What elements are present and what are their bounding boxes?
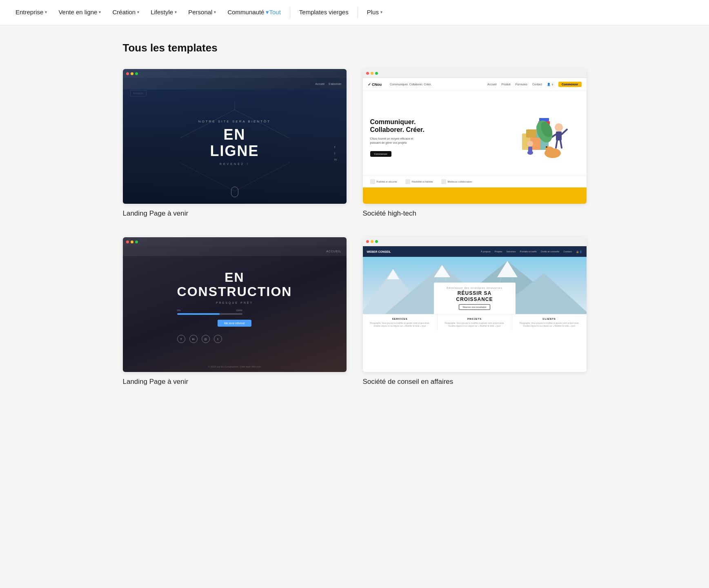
consult-btn-4: Réserver une consultation <box>459 304 490 310</box>
nav-separator-2 <box>358 7 358 18</box>
nav-lifestyle[interactable]: Lifestyle ▾ <box>145 0 182 25</box>
template-name-4: Société de conseil en affaires <box>363 378 587 386</box>
template-name-3: Landing Page à venir <box>123 378 347 386</box>
nav-plus[interactable]: Plus ▾ <box>361 0 388 25</box>
svg-point-16 <box>555 123 563 131</box>
headline-4: RÉUSSIR SA CROISSANCE <box>440 290 510 302</box>
svg-text:f: f <box>334 145 336 149</box>
progress-bar-fill-3 <box>177 313 220 315</box>
nav-creation-chevron-icon: ▾ <box>137 10 139 14</box>
nav-templates-vierges[interactable]: Templates vierges <box>293 0 354 25</box>
nav-personal-label: Personal <box>188 9 212 16</box>
page-title: Tous les templates <box>123 42 587 54</box>
browser-bar-3 <box>123 237 347 246</box>
service-col-services: SERVICES Paragraphe. Vous pouvez le modi… <box>363 314 438 331</box>
dot-red-2 <box>366 72 369 75</box>
template-thumbnail-1: Accueil S'abonner Horizon <box>123 69 347 204</box>
strat-text-4: Développer des stratégies innovantes <box>440 287 510 289</box>
feature-icon-2 <box>405 179 410 184</box>
dot-yellow-4 <box>371 240 373 243</box>
center-text-1: NOTRE SITE SERA BIENTÔT ENLIGNE REVENEZ … <box>198 120 271 165</box>
svg-rect-17 <box>556 131 562 140</box>
browser-bar-1 <box>123 69 347 78</box>
browser-bar-4 <box>363 237 587 246</box>
presque-text: PRESQUE PRÊT <box>177 301 292 304</box>
features-bar-2: Fiabilité et sécurité Flexibilité et fia… <box>363 176 587 187</box>
main-text-3: ENCONSTRUCTION PRESQUE PRÊT 0% 100% Me t… <box>177 270 292 343</box>
dot-green-3 <box>135 241 138 243</box>
template-card-4[interactable]: WEBER CONSEIL À propos Projets Services … <box>363 237 587 386</box>
dot-red-3 <box>126 241 129 243</box>
heading-2: Communiquer.Collaborer. Créer. <box>370 118 509 134</box>
services-row-4: SERVICES Paragraphe. Vous pouvez le modi… <box>363 314 587 331</box>
nav-communaute[interactable]: Communauté ▾Tout <box>222 0 286 25</box>
nav-vente-chevron-icon: ▾ <box>99 10 101 14</box>
browser-bar-2 <box>363 69 587 78</box>
illustration-2 <box>514 109 579 166</box>
footer-text-3: © 2023 par En Construction. Créé avec Wi… <box>208 365 261 368</box>
nav-plus-label: Plus <box>367 9 379 16</box>
svg-text:t: t <box>334 151 336 155</box>
templates-grid: Accueil S'abonner Horizon <box>123 69 587 386</box>
nav-creation[interactable]: Création ▾ <box>107 0 145 25</box>
revenir-text-1: REVENEZ ! <box>198 163 271 165</box>
feature-2: Flexibilité et fiabilité <box>405 179 433 184</box>
company-name-4: WEBER CONSEIL <box>367 250 391 253</box>
social-icons-3: f in ◎ t <box>177 335 292 343</box>
dot-green-1 <box>135 72 138 75</box>
scroll-indicator-1 <box>231 187 238 197</box>
template-card-1[interactable]: Accueil S'abonner Horizon <box>123 69 347 218</box>
feature-1: Fiabilité et sécurité <box>370 179 397 184</box>
dot-green-2 <box>375 72 378 75</box>
main-content: Tous les templates Accueil S'abonner Hor… <box>110 25 600 410</box>
feature-icon-1 <box>370 179 375 184</box>
template-name-1: Landing Page à venir <box>123 209 347 218</box>
feature-icon-3 <box>441 179 446 184</box>
linkedin-icon: in <box>189 335 198 343</box>
svg-point-28 <box>527 141 533 147</box>
nav-vente[interactable]: Vente en ligne ▾ <box>53 0 107 25</box>
nav-entreprise-chevron-icon: ▾ <box>45 10 47 14</box>
svg-point-30 <box>527 151 533 155</box>
mountain-area-4: Développer des stratégies innovantes RÉU… <box>363 257 587 314</box>
nav-tout-active: ▾Tout <box>266 9 280 16</box>
soon-text-1: NOTRE SITE SERA BIENTÔT <box>198 120 271 123</box>
nav-lifestyle-label: Lifestyle <box>151 9 173 16</box>
svg-line-19 <box>562 129 567 134</box>
nav-templates-label: Templates vierges <box>299 9 349 16</box>
logo-2: ✓ CNou <box>368 82 382 87</box>
service-col-projets: PROJETS Paragraphe. Vous pouvez le modif… <box>438 314 512 331</box>
inner-nav-4: WEBER CONSEIL À propos Projets Services … <box>363 246 587 257</box>
nav-lifestyle-chevron-icon: ▾ <box>175 10 177 14</box>
inner-nav-1: Accueil S'abonner <box>123 78 347 89</box>
nav-entreprise-label: Entreprise <box>16 9 43 16</box>
main-headline-1: ENLIGNE <box>198 127 271 159</box>
feature-3: Meilleure collaboration <box>441 179 472 184</box>
nav-creation-label: Création <box>112 9 136 16</box>
dot-yellow-3 <box>131 241 133 243</box>
construction-headline: ENCONSTRUCTION <box>177 270 292 299</box>
cta-btn-2: Commencer <box>370 151 392 157</box>
start-btn-2: Commencer <box>558 82 581 87</box>
service-col-clients: CLIENTS Paragraphe. Vous pouvez le modif… <box>512 314 587 331</box>
dot-green-4 <box>375 240 378 243</box>
template-thumbnail-3: ACCUEIL ENCONSTRUCTION PRESQUE PRÊT 0% 1… <box>123 237 347 372</box>
svg-line-5 <box>235 163 290 191</box>
template-card-3[interactable]: ACCUEIL ENCONSTRUCTION PRESQUE PRÊT 0% 1… <box>123 237 347 386</box>
instagram-icon: ◎ <box>202 335 210 343</box>
text-side-2: Communiquer.Collaborer. Créer. CNou four… <box>370 118 509 157</box>
nav-entreprise[interactable]: Entreprise ▾ <box>10 0 53 25</box>
progress-area-3: 0% 100% <box>177 309 242 315</box>
nav-communaute-label: Communauté <box>227 9 264 16</box>
nav-personal[interactable]: Personal ▾ <box>182 0 222 25</box>
desc-2: CNou fournit un moyen efficace etpuissan… <box>370 137 509 145</box>
main-navbar: Entreprise ▾ Vente en ligne ▾ Création ▾… <box>0 0 709 25</box>
template-card-2[interactable]: ✓ CNou Communiquer. Collaborer. Créer. A… <box>363 69 587 218</box>
nav-separator-1 <box>290 7 290 18</box>
dot-red-1 <box>126 72 129 75</box>
nav-plus-chevron-icon: ▾ <box>380 10 382 14</box>
svg-line-21 <box>560 140 562 148</box>
dot-red-4 <box>366 240 369 243</box>
svg-point-27 <box>546 146 547 148</box>
svg-line-4 <box>180 163 235 191</box>
